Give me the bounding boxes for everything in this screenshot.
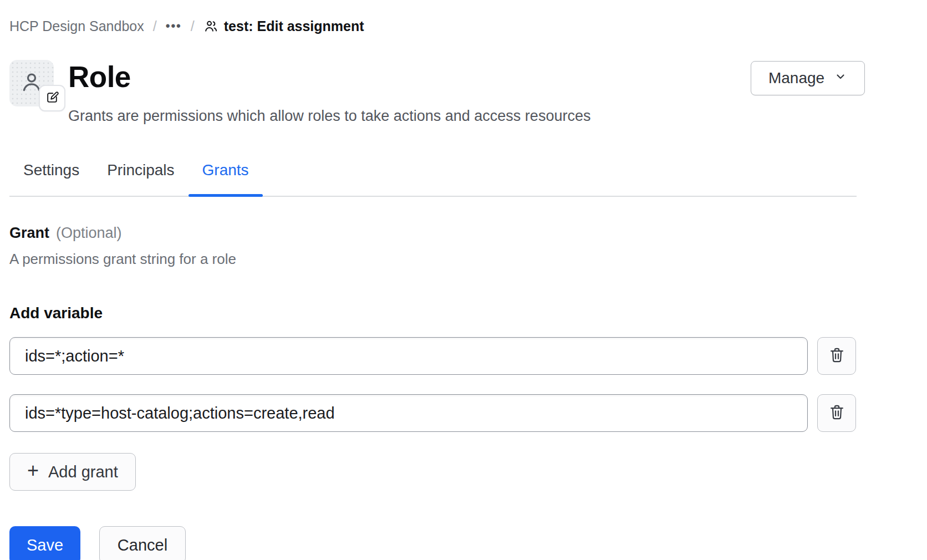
grant-field-label: Grant [9, 225, 49, 242]
save-button[interactable]: Save [9, 526, 80, 560]
grant-field-helper: A permissions grant string for a role [9, 251, 857, 268]
role-avatar-wrap [9, 60, 54, 106]
page-title: Role [68, 61, 590, 93]
breadcrumb-separator: / [191, 18, 195, 34]
edit-icon [45, 90, 59, 106]
breadcrumb-root-link[interactable]: HCP Design Sandbox [9, 18, 144, 34]
grant-row [9, 337, 857, 375]
grant-row [9, 394, 857, 432]
plus-icon: + [27, 461, 39, 481]
breadcrumb-current-label: test: Edit assignment [224, 18, 364, 34]
manage-button-label: Manage [768, 69, 824, 87]
tab-settings[interactable]: Settings [9, 156, 93, 196]
delete-grant-button-1[interactable] [817, 337, 856, 375]
trash-icon [828, 404, 845, 422]
chevron-down-icon [834, 69, 847, 87]
page-subtitle: Grants are permissions which allow roles… [68, 108, 590, 125]
grant-input-2[interactable] [9, 394, 808, 432]
grant-field-optional: (Optional) [56, 225, 122, 242]
tab-bar: Settings Principals Grants [9, 156, 857, 197]
breadcrumb-separator: / [153, 18, 157, 34]
manage-button[interactable]: Manage [751, 61, 865, 95]
grant-input-1[interactable] [9, 337, 808, 375]
add-grant-label: Add grant [48, 463, 118, 481]
grant-field-label-row: Grant (Optional) [9, 225, 857, 242]
breadcrumb: HCP Design Sandbox / ••• / test: Edit as… [9, 17, 857, 35]
delete-grant-button-2[interactable] [817, 394, 856, 432]
add-variable-label: Add variable [9, 304, 857, 322]
breadcrumb-current: test: Edit assignment [203, 18, 364, 34]
users-icon [203, 19, 218, 34]
page: HCP Design Sandbox / ••• / test: Edit as… [0, 0, 927, 560]
tab-grants[interactable]: Grants [189, 156, 263, 196]
page-header: Role Grants are permissions which allow … [9, 60, 857, 125]
edit-avatar-button[interactable] [39, 85, 65, 111]
form-actions: Save Cancel [9, 526, 857, 560]
trash-icon [828, 347, 845, 365]
breadcrumb-ellipsis-button[interactable]: ••• [166, 20, 182, 32]
title-block: Role Grants are permissions which allow … [68, 60, 590, 125]
add-grant-button[interactable]: + Add grant [9, 453, 136, 491]
cancel-button[interactable]: Cancel [99, 526, 186, 560]
tab-principals[interactable]: Principals [93, 156, 188, 196]
